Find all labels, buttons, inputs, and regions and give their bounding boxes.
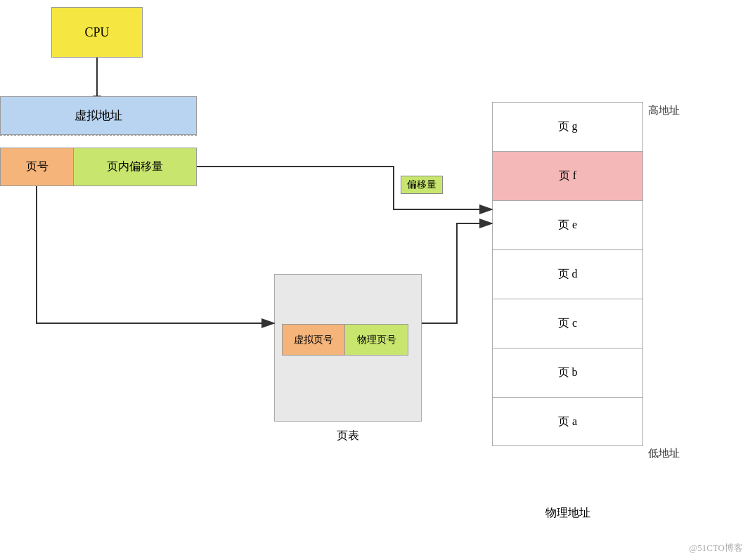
page-num-box: 页号 bbox=[0, 148, 74, 186]
watermark: @51CTO博客 bbox=[689, 542, 743, 554]
pt-physical-label: 物理页号 bbox=[357, 334, 396, 346]
offset-badge: 偏移量 bbox=[401, 176, 443, 194]
arrow-cpu-to-vaddr bbox=[96, 58, 98, 96]
physical-address-label: 物理地址 bbox=[492, 506, 643, 521]
page-offset-box: 页内偏移量 bbox=[74, 148, 197, 186]
phys-mem-cell-4: 页 c bbox=[492, 299, 643, 348]
page-table-label: 页表 bbox=[274, 429, 422, 443]
page-table-container: 虚拟页号 物理页号 bbox=[274, 274, 422, 422]
cpu-box: CPU bbox=[51, 7, 143, 58]
page-row: 页号 页内偏移量 bbox=[0, 148, 197, 186]
diagram: CPU 虚拟地址 页号 页内偏移量 虚拟页号 物理页号 页表 偏移量 bbox=[0, 0, 750, 560]
pt-virtual-box: 虚拟页号 bbox=[282, 324, 345, 356]
page-offset-label: 页内偏移量 bbox=[107, 159, 163, 174]
phys-mem-cell-5: 页 b bbox=[492, 348, 643, 397]
phys-mem-cell-2: 页 e bbox=[492, 200, 643, 249]
page-table-row: 虚拟页号 物理页号 bbox=[282, 324, 408, 356]
phys-mem-cell-0: 页 g bbox=[492, 102, 643, 151]
phys-mem-cell-1: 页 f bbox=[492, 151, 643, 200]
physical-memory: 页 g页 f页 e页 d页 c页 b页 a bbox=[492, 102, 643, 446]
virtual-address-label: 虚拟地址 bbox=[75, 108, 122, 124]
page-num-label: 页号 bbox=[26, 159, 49, 174]
pt-physical-box: 物理页号 bbox=[345, 324, 408, 356]
virtual-address-box: 虚拟地址 bbox=[0, 96, 197, 135]
high-address-label: 高地址 bbox=[648, 104, 680, 117]
low-address-label: 低地址 bbox=[648, 447, 680, 460]
dashed-divider bbox=[0, 135, 197, 148]
cpu-label: CPU bbox=[84, 25, 109, 40]
phys-mem-cell-6: 页 a bbox=[492, 397, 643, 446]
pt-virtual-label: 虚拟页号 bbox=[294, 334, 333, 346]
phys-mem-cell-3: 页 d bbox=[492, 249, 643, 299]
